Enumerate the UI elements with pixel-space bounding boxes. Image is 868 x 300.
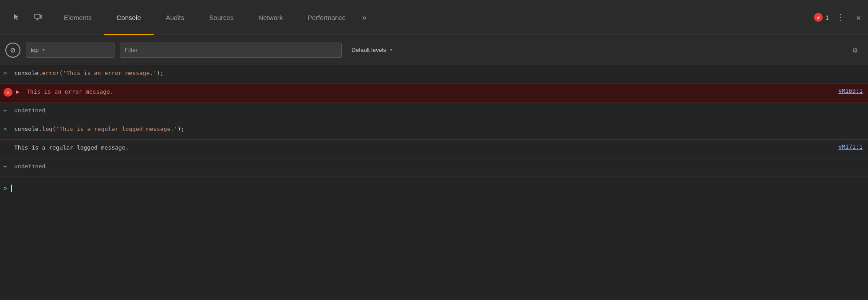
log-message: This is a regular logged message.: [14, 144, 129, 151]
error-badge-icon: ✕: [814, 13, 823, 22]
tab-network[interactable]: Network: [246, 0, 295, 35]
row-content-2: This is an error message.: [27, 87, 829, 97]
code-string-1: 'This is an error message.': [63, 70, 157, 76]
svg-rect-1: [40, 16, 42, 18]
code-string-4: 'This is a regular logged message.': [56, 126, 178, 132]
console-row-4: > console.log('This is a regular logged …: [0, 121, 868, 140]
console-row-3: ← undefined: [0, 103, 868, 121]
error-count: 1: [825, 14, 829, 21]
error-icon: ✕: [4, 88, 12, 97]
settings-button[interactable]: ⚙: [848, 43, 863, 58]
console-output: > console.error('This is an error messag…: [0, 65, 868, 300]
log-link-1[interactable]: VM171:1: [829, 143, 863, 150]
row-content-5: This is a regular logged message.: [14, 143, 829, 153]
settings-gear-icon: ⚙: [853, 45, 858, 55]
tab-audits[interactable]: Audits: [154, 0, 197, 35]
error-expand-chevron[interactable]: ▶: [16, 88, 23, 95]
console-toolbar: ⊘ top ▾ Default levels ▾ ⚙: [0, 35, 868, 65]
code-method-4: log: [42, 126, 52, 132]
more-options-button[interactable]: ⋮: [836, 12, 845, 23]
error-message: This is an error message.: [27, 88, 114, 95]
row-content-4: console.log('This is a regular logged me…: [14, 125, 863, 134]
cursor-blink: [11, 185, 12, 192]
context-dropdown-arrow: ▾: [42, 47, 45, 53]
filter-input-wrapper[interactable]: [120, 43, 342, 58]
input-prompt-chevron: >: [4, 185, 7, 192]
row-content-6: undefined: [14, 162, 863, 171]
code-line-1: console.error('This is an error message.…: [14, 70, 164, 76]
tab-icons: [4, 9, 51, 25]
context-value: top: [31, 47, 39, 53]
expand-chevron-4[interactable]: >: [4, 126, 11, 132]
levels-label: Default levels: [351, 47, 386, 53]
more-tabs-button[interactable]: »: [358, 0, 370, 35]
device-icon[interactable]: [30, 9, 46, 25]
levels-selector[interactable]: Default levels ▾: [347, 43, 397, 58]
error-badge[interactable]: ✕ 1: [814, 13, 829, 22]
error-link-1[interactable]: VM169:1: [829, 87, 863, 94]
console-row-1: > console.error('This is an error messag…: [0, 65, 868, 84]
code-method-1: error: [42, 70, 59, 76]
tab-console[interactable]: Console: [104, 0, 154, 35]
expand-chevron-1[interactable]: >: [4, 70, 11, 76]
levels-dropdown-arrow: ▾: [390, 47, 393, 53]
code-obj-1: console: [14, 70, 39, 76]
close-devtools-button[interactable]: ✕: [852, 11, 864, 24]
tab-sources[interactable]: Sources: [197, 0, 246, 35]
tab-bar: Elements Console Audits Sources Network …: [0, 0, 868, 35]
row-content-1: console.error('This is an error message.…: [14, 69, 863, 78]
undefined-1: undefined: [14, 107, 45, 114]
cursor-icon[interactable]: [9, 9, 25, 25]
code-line-4: console.log('This is a regular logged me…: [14, 126, 185, 132]
filter-input[interactable]: [125, 47, 337, 53]
console-input-row[interactable]: >: [0, 177, 868, 199]
row-content-3: undefined: [14, 106, 863, 115]
context-selector[interactable]: top ▾: [26, 43, 114, 58]
console-input-area[interactable]: [11, 185, 12, 192]
code-obj-4: console: [14, 126, 39, 132]
console-row-2: ✕ ▶ This is an error message. VM169:1: [0, 84, 868, 103]
output-chevron-3: ←: [4, 107, 11, 114]
undefined-2: undefined: [14, 163, 45, 170]
tab-bar-right: ✕ 1 ⋮ ✕: [814, 11, 864, 24]
output-chevron-6: ←: [4, 163, 11, 170]
console-row-5: > This is a regular logged message. VM17…: [0, 140, 868, 158]
console-row-6: ← undefined: [0, 158, 868, 177]
error-row-inner: ✕ ▶ This is an error message. VM169:1: [4, 87, 863, 97]
svg-rect-0: [35, 14, 40, 18]
tab-performance[interactable]: Performance: [295, 0, 358, 35]
clear-console-button[interactable]: ⊘: [5, 43, 20, 58]
tab-elements[interactable]: Elements: [51, 0, 104, 35]
